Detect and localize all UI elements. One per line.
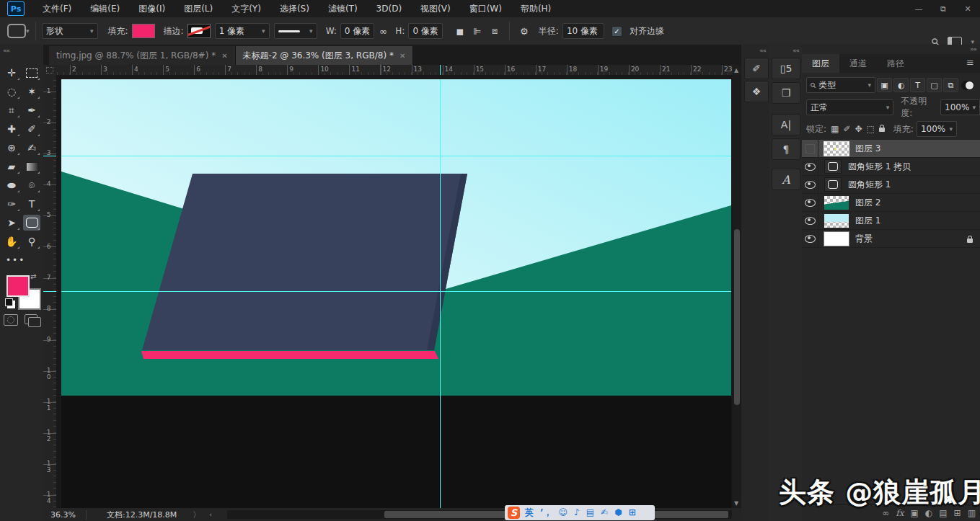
filter-adjustment-icon[interactable]: ◐ — [893, 78, 909, 92]
lock-artboard-icon[interactable]: ⬚ — [867, 124, 875, 134]
magic-wand-tool[interactable]: ✶ — [23, 84, 40, 99]
horizontal-scrollbar[interactable] — [227, 510, 732, 519]
visibility-eye-icon[interactable] — [802, 158, 818, 175]
menu-item-7[interactable]: 3D(D) — [367, 0, 411, 17]
filter-pixel-icon[interactable]: ▣ — [877, 78, 892, 92]
rounded-rectangle-tool[interactable] — [23, 215, 40, 231]
vertical-ruler[interactable]: 1234567891011121314 — [43, 75, 57, 508]
ruler-origin[interactable] — [43, 65, 57, 76]
path-alignment-icon[interactable]: ⊫ — [469, 23, 486, 39]
visibility-eye-icon[interactable] — [802, 194, 818, 211]
layer-row-0[interactable]: 图层 3 — [802, 140, 980, 158]
ime-mic-icon[interactable]: ♪ — [574, 505, 580, 520]
layer-thumbnail[interactable] — [824, 142, 849, 156]
visibility-eye-icon[interactable] — [802, 212, 818, 229]
brush-tool[interactable]: ✐ — [23, 121, 40, 137]
menu-item-10[interactable]: 帮助(H) — [511, 0, 560, 17]
stroke-width-select[interactable]: 1 像素▾ — [215, 23, 270, 39]
pen-tool[interactable]: ✑ — [3, 196, 20, 212]
visibility-empty-box[interactable] — [802, 140, 818, 157]
visibility-eye-icon[interactable] — [802, 230, 818, 247]
layer-thumbnail[interactable] — [824, 196, 849, 210]
visibility-eye-icon[interactable] — [802, 176, 818, 193]
layer-name[interactable]: 圆角矩形 1 — [848, 179, 891, 191]
filter-type-select[interactable]: ⚲ 类型▾ — [806, 77, 875, 93]
layer-name[interactable]: 背景 — [855, 233, 873, 245]
link-dimensions-icon[interactable]: ∞ — [374, 23, 392, 39]
ime-emoji-icon[interactable]: ☺ — [559, 505, 568, 520]
layer-name[interactable]: 图层 1 — [855, 215, 880, 227]
menu-item-1[interactable]: 编辑(E) — [81, 0, 129, 17]
radius-input[interactable]: 10 像素 — [562, 23, 604, 39]
marquee-tool[interactable] — [23, 65, 40, 81]
align-edges-checkbox[interactable]: ✓ — [612, 26, 622, 37]
healing-brush-tool[interactable]: ✚ — [3, 121, 20, 137]
menu-item-3[interactable]: 图层(L) — [175, 0, 222, 17]
chevron-down-icon[interactable]: ▾ — [26, 27, 30, 35]
layer-row-4[interactable]: 图层 1 — [802, 212, 980, 230]
brush-pose-panel-icon[interactable]: ❖ — [744, 81, 769, 102]
gear-icon[interactable]: ⚙ — [516, 23, 533, 39]
horizontal-guide-2[interactable] — [61, 291, 731, 292]
canvas-viewport[interactable] — [56, 75, 733, 508]
type-tool[interactable]: T — [23, 196, 40, 212]
vertical-guide[interactable] — [440, 79, 441, 508]
crop-tool[interactable]: ⌗ — [3, 102, 20, 118]
menu-item-6[interactable]: 滤镜(T) — [319, 0, 367, 17]
tab-close-icon[interactable]: ✕ — [399, 52, 405, 60]
layer-thumbnail[interactable] — [824, 214, 849, 228]
hand-tool[interactable]: ✋ — [3, 233, 20, 249]
menu-item-4[interactable]: 文字(Y) — [222, 0, 270, 17]
fill-select[interactable]: 100%▾ — [917, 121, 957, 137]
horizontal-guide-1[interactable] — [61, 156, 731, 156]
layer-name[interactable]: 图层 3 — [855, 143, 880, 155]
tool-preset-icon[interactable] — [7, 24, 26, 38]
vertical-scrollbar[interactable] — [733, 75, 741, 508]
layer-thumbnail[interactable] — [824, 177, 842, 192]
blur-tool[interactable]: ⬬ — [3, 177, 20, 193]
ime-menu-icon[interactable]: ⊞ — [629, 505, 636, 520]
path-select-tool[interactable]: ➤ — [3, 215, 20, 231]
ime-skin-icon[interactable]: ⬢ — [614, 505, 622, 520]
shape-height-input[interactable]: 0 像素 — [408, 23, 442, 39]
quick-mask-icon[interactable] — [4, 314, 18, 326]
history-brush-tool[interactable]: ✍ — [23, 140, 40, 156]
filter-type-icon[interactable]: T — [910, 78, 925, 92]
sogou-logo[interactable]: S — [508, 507, 520, 519]
path-arrangement-icon[interactable]: ⧈ — [486, 23, 503, 39]
zoom-tool[interactable]: ⚲ — [23, 233, 40, 249]
more-tools-icon[interactable]: ••• — [6, 255, 25, 265]
ime-mode-en[interactable]: 英 — [525, 505, 534, 520]
eyedropper-tool[interactable]: ✒ — [23, 102, 40, 118]
layer-name[interactable]: 图层 2 — [855, 197, 880, 209]
menu-item-5[interactable]: 选择(S) — [270, 0, 319, 17]
eraser-tool[interactable]: ▰ — [3, 159, 20, 174]
brush-settings-panel-icon[interactable]: ✐ — [744, 58, 769, 79]
stroke-color-swatch[interactable] — [187, 24, 211, 38]
collapse-panels-icon[interactable]: «« — [793, 47, 799, 54]
document-tab-1[interactable]: 未标题-2 @ 36.3% (图层 3, RGB/8) *✕ — [236, 46, 414, 65]
menu-item-2[interactable]: 图像(I) — [129, 0, 175, 17]
scroll-up-icon[interactable]: ▲ — [734, 67, 738, 74]
screen-mode-icon[interactable] — [25, 314, 37, 324]
dodge-tool[interactable]: ⌾ — [23, 177, 40, 193]
clone-stamp-tool[interactable]: ⊛ — [3, 140, 20, 156]
lock-pixels-icon[interactable]: ✐ — [843, 124, 850, 134]
panel-menu-icon[interactable]: ≡ — [966, 57, 974, 68]
filter-toggle[interactable] — [961, 81, 974, 90]
status-chevron-left-icon[interactable]: ‹ — [209, 511, 212, 518]
close-button[interactable]: ✕ — [955, 0, 980, 17]
layer-row-2[interactable]: 圆角矩形 1 — [802, 176, 980, 194]
tool-mode-select[interactable]: 形状▾ — [42, 23, 98, 39]
menu-item-0[interactable]: 文件(F) — [33, 0, 81, 17]
3d-panel-icon[interactable]: ❒ — [772, 82, 800, 104]
layer-thumbnail[interactable] — [824, 232, 849, 246]
fill-color-swatch[interactable] — [132, 24, 155, 38]
canvas-artwork[interactable] — [61, 79, 731, 396]
ime-keyboard-icon[interactable]: ▤ — [586, 505, 594, 520]
gradient-tool[interactable] — [23, 159, 40, 174]
path-operations-icon[interactable]: ◼ — [451, 23, 469, 39]
filter-smart-object-icon[interactable]: ⧉ — [943, 78, 958, 92]
tab-close-icon[interactable]: ✕ — [221, 52, 227, 60]
layer-row-3[interactable]: 图层 2 — [802, 194, 980, 212]
